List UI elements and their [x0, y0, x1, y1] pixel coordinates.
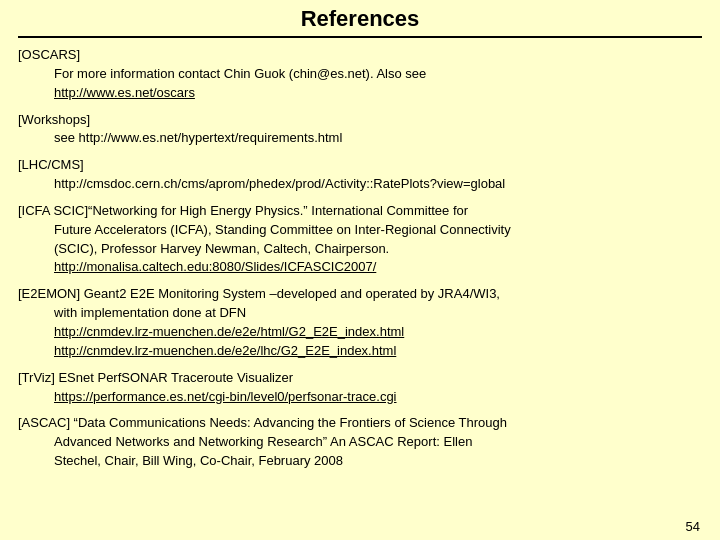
ref-line: Stechel, Chair, Bill Wing, Co-Chair, Feb… [54, 452, 702, 471]
ref-line: http://cnmdev.lrz-muenchen.de/e2e/lhc/G2… [54, 342, 702, 361]
ref-line: Future Accelerators (ICFA), Standing Com… [54, 221, 702, 240]
ref-tag-line: [OSCARS] [18, 46, 702, 65]
ref-line: http://www.es.net/oscars [54, 84, 702, 103]
ref-block: [Workshops]see http://www.es.net/hyperte… [18, 111, 702, 149]
ref-line: http://monalisa.caltech.edu:8080/Slides/… [54, 258, 702, 277]
ref-block: [E2EMON] Geant2 E2E Monitoring System –d… [18, 285, 702, 360]
ref-first-line: [ASCAC] “Data Communications Needs: Adva… [18, 414, 702, 433]
ref-line: see http://www.es.net/hypertext/requirem… [54, 129, 702, 148]
ref-first-line: [E2EMON] Geant2 E2E Monitoring System –d… [18, 285, 702, 304]
ref-block: [OSCARS]For more information contact Chi… [18, 46, 702, 103]
ref-first-line: [TrViz] ESnet PerfSONAR Traceroute Visua… [18, 369, 702, 388]
ref-first-line: [ICFA SCIC]“Networking for High Energy P… [18, 202, 702, 221]
ref-block: [LHC/CMS]http://cmsdoc.cern.ch/cms/aprom… [18, 156, 702, 194]
page: References [OSCARS]For more information … [0, 0, 720, 540]
ref-line: http://cnmdev.lrz-muenchen.de/e2e/html/G… [54, 323, 702, 342]
references-content: [OSCARS]For more information contact Chi… [18, 46, 702, 471]
page-number: 54 [686, 519, 700, 534]
title-bar: References [18, 0, 702, 38]
ref-line: For more information contact Chin Guok (… [54, 65, 702, 84]
ref-block: [TrViz] ESnet PerfSONAR Traceroute Visua… [18, 369, 702, 407]
ref-line: Advanced Networks and Networking Researc… [54, 433, 702, 452]
ref-block: [ASCAC] “Data Communications Needs: Adva… [18, 414, 702, 471]
ref-line: with implementation done at DFN [54, 304, 702, 323]
ref-block: [ICFA SCIC]“Networking for High Energy P… [18, 202, 702, 277]
ref-line: (SCIC), Professor Harvey Newman, Caltech… [54, 240, 702, 259]
ref-tag-line: [Workshops] [18, 111, 702, 130]
ref-line: https://performance.es.net/cgi-bin/level… [54, 388, 702, 407]
ref-tag-line: [LHC/CMS] [18, 156, 702, 175]
page-title: References [18, 6, 702, 32]
ref-line: http://cmsdoc.cern.ch/cms/aprom/phedex/p… [54, 175, 702, 194]
